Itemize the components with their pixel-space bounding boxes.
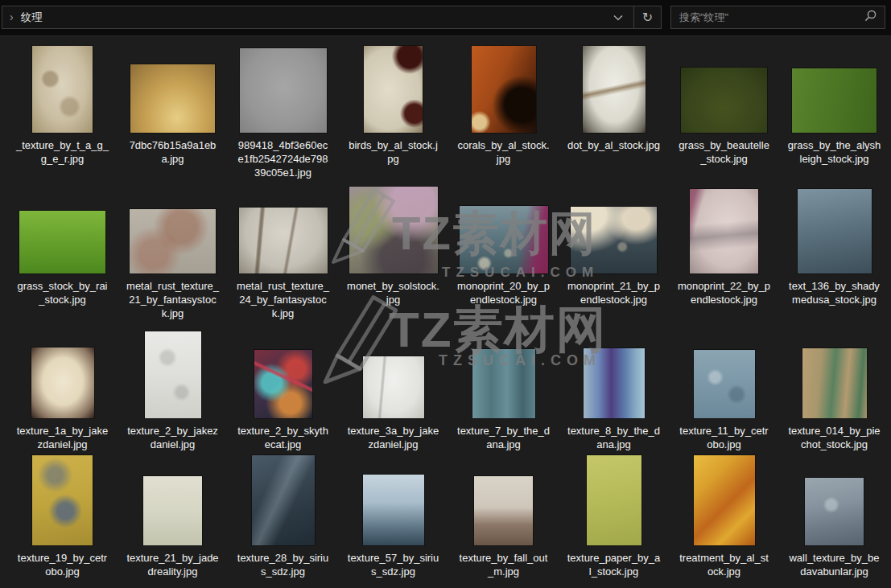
file-item[interactable]: birds_by_al_stock.jpg bbox=[346, 44, 440, 179]
file-name: grass_by_beautelle_stock.jpg bbox=[677, 138, 771, 166]
file-thumbnail[interactable] bbox=[32, 46, 93, 133]
file-item[interactable]: grass_by_beautelle_stock.jpg bbox=[677, 44, 771, 179]
thumbnail-area bbox=[126, 330, 220, 418]
file-thumbnail[interactable] bbox=[349, 187, 438, 273]
file-thumbnail[interactable] bbox=[254, 350, 312, 418]
file-item[interactable]: corals_by_al_stock.jpg bbox=[456, 44, 551, 179]
file-item[interactable]: monoprint_21_by_pendlestock.jpg bbox=[567, 185, 661, 320]
file-item[interactable]: metal_rust_texture_24_by_fantasystock.jp… bbox=[236, 185, 330, 320]
file-name: texture_7_by_the_dana.jpg bbox=[456, 424, 551, 451]
file-thumbnail[interactable] bbox=[130, 209, 216, 273]
file-thumbnail[interactable] bbox=[690, 189, 758, 273]
file-thumbnail[interactable] bbox=[130, 64, 215, 133]
breadcrumb[interactable]: 纹理 bbox=[21, 10, 43, 25]
file-item[interactable]: texture_21_by_jadedreality.jpg bbox=[126, 454, 220, 578]
file-name: texture_21_by_jadedreality.jpg bbox=[126, 551, 220, 578]
file-item[interactable]: metal_rust_texture_21_by_fantasystock.jp… bbox=[126, 185, 220, 320]
file-item[interactable]: texture_8_by_the_dana.jpg bbox=[567, 330, 661, 451]
file-thumbnail[interactable] bbox=[364, 46, 423, 133]
file-item[interactable]: texture_by_fall_out_m.jpg bbox=[456, 454, 551, 578]
file-grid: _texture_by_t_a_g_g_e_r.jpg7dbc76b15a9a1… bbox=[0, 36, 891, 588]
file-thumbnail[interactable] bbox=[681, 68, 767, 133]
file-item[interactable]: grass_stock_by_rai_stock.jpg bbox=[15, 185, 109, 320]
file-item[interactable]: treatment_by_al_stock.jpg bbox=[677, 454, 771, 578]
file-thumbnail[interactable] bbox=[19, 211, 105, 273]
file-item[interactable]: texture_28_by_sirius_sdz.jpg bbox=[236, 454, 330, 578]
thumbnail-area bbox=[126, 454, 220, 545]
file-name: monoprint_20_by_pendlestock.jpg bbox=[456, 279, 551, 306]
file-item[interactable]: texture_014_by_piechot_stock.jpg bbox=[787, 330, 881, 451]
file-thumbnail[interactable] bbox=[587, 455, 641, 545]
thumbnail-area bbox=[346, 454, 440, 545]
file-name: monoprint_22_by_pendlestock.jpg bbox=[677, 279, 771, 306]
file-item[interactable]: texture_paper_by_al_stock.jpg bbox=[567, 454, 661, 578]
file-item[interactable]: monet_by_solstock.jpg bbox=[346, 185, 440, 320]
file-item[interactable]: texture_7_by_the_dana.jpg bbox=[456, 330, 551, 451]
address-bar[interactable]: › 纹理 ↻ bbox=[2, 6, 662, 29]
file-thumbnail[interactable] bbox=[802, 348, 867, 418]
search-box[interactable]: 搜索"纹理" bbox=[670, 6, 885, 29]
thumbnail-area bbox=[236, 185, 330, 273]
thumbnail-area bbox=[15, 330, 109, 418]
file-thumbnail[interactable] bbox=[571, 207, 657, 273]
search-input[interactable]: 搜索"纹理" bbox=[679, 10, 864, 25]
file-item[interactable]: texture_11_by_cetrobo.jpg bbox=[677, 330, 771, 451]
thumbnail-area bbox=[456, 330, 551, 418]
file-thumbnail[interactable] bbox=[239, 208, 328, 273]
file-item[interactable]: texture_57_by_sirius_sdz.jpg bbox=[346, 454, 440, 578]
file-name: texture_014_by_piechot_stock.jpg bbox=[787, 424, 881, 451]
file-item[interactable]: texture_1a_by_jakezdaniel.jpg bbox=[15, 330, 109, 451]
refresh-button[interactable]: ↻ bbox=[634, 6, 661, 28]
file-item[interactable]: 989418_4bf3e60ece1fb2542724de79839c05e1.… bbox=[236, 44, 330, 179]
file-thumbnail[interactable] bbox=[798, 189, 872, 273]
file-item[interactable]: grass_by_the_alyshleigh_stock.jpg bbox=[787, 44, 881, 179]
file-item[interactable]: 7dbc76b15a9a1eba.jpg bbox=[126, 44, 220, 179]
thumbnail-area bbox=[567, 44, 661, 133]
file-thumbnail[interactable] bbox=[472, 349, 535, 418]
file-item[interactable]: dot_by_al_stock.jpg bbox=[567, 44, 661, 179]
file-thumbnail[interactable] bbox=[792, 68, 877, 133]
file-name: corals_by_al_stock.jpg bbox=[456, 138, 551, 166]
file-item[interactable]: _texture_by_t_a_g_g_e_r.jpg bbox=[15, 44, 109, 179]
toolbar: › 纹理 ↻ 搜索"纹理" bbox=[0, 0, 891, 36]
thumbnail-area bbox=[236, 454, 330, 545]
file-item[interactable]: monoprint_20_by_pendlestock.jpg bbox=[456, 185, 551, 320]
file-thumbnail[interactable] bbox=[472, 46, 536, 133]
address-dropdown-button[interactable] bbox=[603, 6, 633, 28]
file-name: _texture_by_t_a_g_g_e_r.jpg bbox=[15, 138, 109, 166]
file-thumbnail[interactable] bbox=[694, 455, 755, 545]
file-thumbnail[interactable] bbox=[363, 356, 424, 418]
file-thumbnail[interactable] bbox=[805, 478, 864, 545]
search-icon[interactable] bbox=[864, 10, 877, 25]
file-thumbnail[interactable] bbox=[694, 350, 755, 418]
thumbnail-area bbox=[677, 330, 771, 418]
file-name: texture_3a_by_jakezdaniel.jpg bbox=[346, 424, 440, 451]
file-item[interactable]: texture_2_by_skythecat.jpg bbox=[236, 330, 330, 451]
file-thumbnail[interactable] bbox=[363, 475, 424, 545]
file-thumbnail[interactable] bbox=[583, 46, 646, 133]
thumbnail-area bbox=[567, 454, 661, 545]
file-thumbnail[interactable] bbox=[240, 48, 327, 133]
file-name: texture_2_by_jakezdaniel.jpg bbox=[126, 424, 220, 451]
file-thumbnail[interactable] bbox=[143, 476, 202, 545]
file-item[interactable]: texture_3a_by_jakezdaniel.jpg bbox=[346, 330, 440, 451]
file-name: texture_2_by_skythecat.jpg bbox=[236, 424, 330, 451]
file-thumbnail[interactable] bbox=[584, 348, 645, 418]
file-item[interactable]: text_136_by_shadymedusa_stock.jpg bbox=[787, 185, 881, 320]
file-thumbnail[interactable] bbox=[252, 455, 315, 545]
file-name: 7dbc76b15a9a1eba.jpg bbox=[126, 138, 220, 166]
file-thumbnail[interactable] bbox=[145, 331, 201, 418]
file-item[interactable]: texture_2_by_jakezdaniel.jpg bbox=[126, 330, 220, 451]
file-name: monoprint_21_by_pendlestock.jpg bbox=[567, 279, 661, 306]
file-thumbnail[interactable] bbox=[474, 476, 533, 545]
file-name: grass_by_the_alyshleigh_stock.jpg bbox=[787, 138, 881, 166]
file-item[interactable]: texture_19_by_cetrobo.jpg bbox=[15, 454, 109, 578]
file-thumbnail[interactable] bbox=[460, 206, 548, 273]
file-name: texture_11_by_cetrobo.jpg bbox=[677, 424, 771, 451]
file-name: text_136_by_shadymedusa_stock.jpg bbox=[787, 279, 881, 306]
file-item[interactable]: monoprint_22_by_pendlestock.jpg bbox=[677, 185, 771, 320]
file-thumbnail[interactable] bbox=[31, 347, 94, 418]
file-name: metal_rust_texture_24_by_fantasystock.jp… bbox=[236, 279, 330, 320]
file-thumbnail[interactable] bbox=[32, 455, 93, 545]
file-item[interactable]: wall_texture_by_bedavabunlar.jpg bbox=[787, 454, 881, 578]
